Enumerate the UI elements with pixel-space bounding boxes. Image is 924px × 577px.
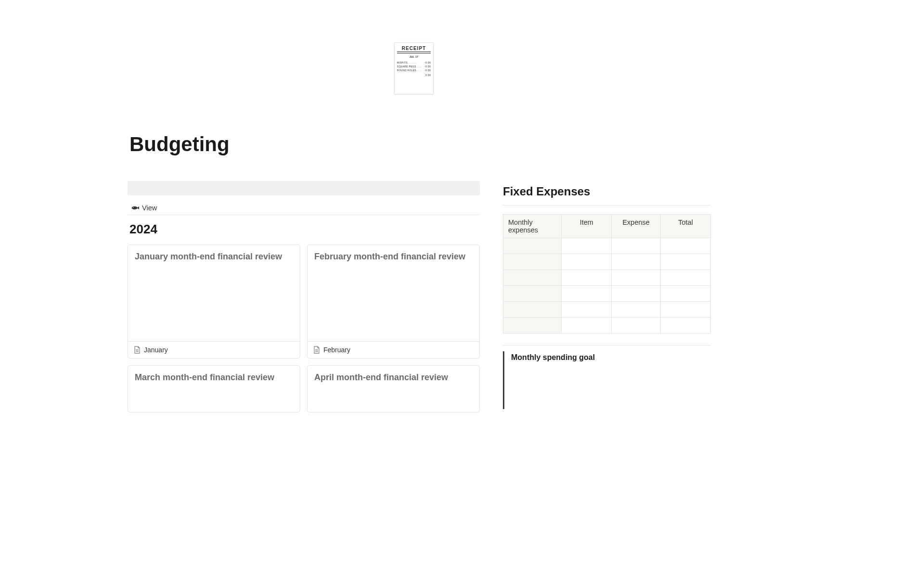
review-card-february[interactable]: February month-end financial review Febr… [307, 244, 480, 359]
receipt-date: JUL 17 [397, 55, 431, 58]
fish-icon [131, 205, 139, 210]
view-label: View [142, 204, 157, 212]
card-footer-label: January [144, 346, 168, 354]
card-title: February month-end financial review [314, 251, 473, 262]
table-row[interactable] [503, 318, 711, 333]
col-header-expense[interactable]: Expense [612, 215, 661, 238]
database-header-bar[interactable] [128, 181, 480, 195]
svg-point-2 [133, 207, 134, 208]
table-row[interactable] [503, 286, 711, 302]
view-selector[interactable]: View [128, 201, 480, 215]
receipt-icon: RECEIPT JUL 17 MISFITS........0.00 SQUAR… [394, 42, 434, 94]
svg-marker-1 [137, 206, 139, 210]
divider [503, 345, 711, 346]
divider [503, 205, 711, 205]
card-footer-label: February [323, 346, 350, 354]
table-row[interactable] [503, 238, 711, 254]
svg-point-0 [132, 206, 138, 210]
callout-title: Monthly spending goal [511, 353, 595, 361]
year-heading: 2024 [128, 222, 480, 237]
card-title: April month-end financial review [314, 372, 473, 383]
review-card-april[interactable]: April month-end financial review [307, 365, 480, 412]
page-title[interactable]: Budgeting [128, 133, 796, 156]
review-card-march[interactable]: March month-end financial review [128, 365, 300, 412]
fixed-expenses-title: Fixed Expenses [503, 185, 711, 198]
reviews-section: View 2024 January month-end financial re… [128, 181, 480, 412]
receipt-title: RECEIPT [397, 46, 431, 52]
table-row[interactable] [503, 270, 711, 286]
col-header-item[interactable]: Item [562, 215, 612, 238]
col-header-monthly[interactable]: Monthly expenses [503, 215, 562, 238]
document-icon [313, 346, 320, 354]
card-title: March month-end financial review [135, 372, 293, 383]
review-card-january[interactable]: January month-end financial review Janua… [128, 244, 300, 359]
col-header-total[interactable]: Total [661, 215, 711, 238]
table-row[interactable] [503, 302, 711, 318]
expenses-table[interactable]: Monthly expenses Item Expense Total [503, 214, 711, 333]
page-icon[interactable]: RECEIPT JUL 17 MISFITS........0.00 SQUAR… [128, 42, 796, 94]
monthly-spending-goal-callout[interactable]: Monthly spending goal [503, 351, 711, 409]
fixed-expenses-section: Fixed Expenses Monthly expenses Item Exp… [503, 181, 711, 409]
table-row[interactable] [503, 254, 711, 270]
card-title: January month-end financial review [135, 251, 293, 262]
document-icon [134, 346, 141, 354]
